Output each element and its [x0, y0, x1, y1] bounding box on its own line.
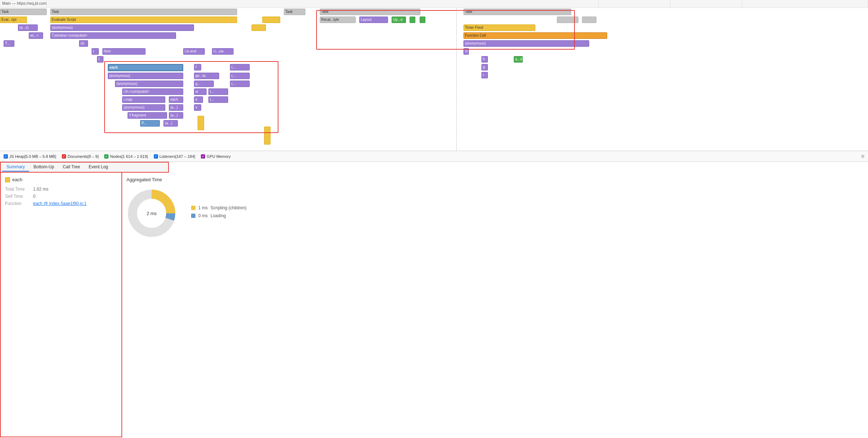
aggregated-section: Aggregated Time 2 ms [122, 173, 868, 437]
flame-chart: Main — https://wq.jd.com/wxportal/index_… [0, 0, 868, 151]
counter-gpu[interactable]: ✓ GPU Memory [201, 154, 231, 159]
legend-loading-label: Loading [211, 213, 226, 218]
task-block-4[interactable]: Task [463, 9, 571, 15]
green-sq1[interactable] [410, 17, 415, 23]
summary-title: each [5, 177, 117, 182]
liow-block[interactable]: l.i...ow [212, 48, 234, 55]
gray-right2[interactable] [582, 17, 596, 23]
eval-block-0[interactable]: Eval...ript [0, 17, 27, 23]
yellow-tall2 [264, 127, 271, 145]
each-block-main[interactable]: each [108, 64, 183, 71]
legend-loading-color [191, 214, 195, 218]
h-block[interactable]: h [481, 56, 488, 63]
task-block-1[interactable]: Task [50, 9, 237, 15]
counter-docs[interactable]: ✓ Documents[8 – 9] [62, 154, 98, 159]
ad-block[interactable]: a...d [514, 56, 523, 63]
layout-block[interactable]: Layout [359, 17, 388, 23]
twindow-block[interactable]: T.window.<computed> [50, 32, 176, 39]
chart-legend: 1 ms Scripting (children) 0 ms Loading [191, 205, 246, 221]
t3-block[interactable]: t [97, 56, 103, 63]
function-call-block[interactable]: Function Call [463, 32, 607, 39]
legend-scripting-value: 1 ms [198, 205, 208, 210]
v-line [456, 8, 457, 151]
nodes-label: Nodes[1 614 – 1 619] [110, 154, 148, 159]
tab-calltree[interactable]: Call Tree [59, 163, 84, 172]
f-block[interactable]: f [194, 64, 201, 70]
totaltime-label: Total Time [5, 187, 30, 192]
counter-bar: ✓ JS Heap[5.0 MB – 5.8 MB] ✓ Documents[8… [0, 151, 868, 162]
flame-header: Main — https://wq.jd.com/wxportal/index_… [0, 0, 868, 8]
e-block[interactable]: e [194, 96, 203, 103]
anon-block-1[interactable]: (anonymous) [50, 24, 194, 31]
anon-block-0[interactable]: (a...s) [18, 24, 38, 31]
eval-block-right[interactable] [262, 17, 280, 23]
m-block[interactable]: m [463, 48, 469, 55]
header-task2 [599, 0, 670, 8]
eval-script-block[interactable]: Evaluate Script [50, 17, 237, 23]
legend-scripting-color [191, 206, 195, 210]
function-link[interactable]: each @ index.5aae1f90.js:1 [33, 201, 87, 206]
r-block[interactable]: r [481, 72, 488, 78]
v-block[interactable]: v [194, 104, 201, 111]
imap-block[interactable]: i.map [122, 96, 165, 103]
html-block[interactable]: html [102, 48, 146, 55]
tab-eventlog[interactable]: Event Log [84, 163, 112, 172]
counter-nodes[interactable]: ✓ Nodes[1 614 – 1 619] [104, 154, 148, 159]
task-block-2[interactable]: Task [284, 9, 305, 15]
tab-bottomup[interactable]: Bottom-Up [29, 163, 58, 172]
paren3-block[interactable]: (... [230, 81, 250, 87]
summary-info: each Total Time 1.82 ms Self Time 0 Func… [0, 173, 122, 437]
anon6-block[interactable]: (a...) [169, 112, 183, 119]
gray-right1[interactable] [557, 17, 578, 23]
green-sq2[interactable] [420, 17, 425, 23]
paren1-block[interactable]: (... [230, 64, 250, 70]
g-block[interactable]: g [481, 64, 488, 70]
legend-scripting: 1 ms Scripting (children) [191, 205, 246, 210]
function-label: Function [5, 201, 30, 206]
anon-right-block[interactable] [251, 24, 266, 31]
geta-block[interactable]: ge...ta [194, 73, 219, 79]
donut-chart: 2 ms [126, 188, 177, 238]
anon5-block[interactable]: (a...) [169, 104, 183, 111]
gpu-label: GPU Memory [207, 154, 231, 159]
timer-fired-block[interactable]: Timer Fired [463, 24, 535, 31]
header-task4 [742, 0, 868, 8]
t2-block[interactable]: t [92, 48, 99, 55]
legend-scripting-label: Scripting (children) [211, 205, 246, 210]
anon3-block[interactable]: (anonymous) [115, 81, 183, 87]
flame-body: Task Task Task Task Task Eval...ript Eva… [0, 8, 868, 151]
linend-block[interactable]: l.in.end [183, 48, 205, 55]
recal-block[interactable]: Recal...tyle [320, 17, 356, 23]
counter-listeners[interactable]: ✓ Listeners[167 – 184] [154, 154, 195, 159]
summary-function: Function each @ index.5aae1f90.js:1 [5, 201, 117, 206]
summary-color-box [5, 177, 10, 182]
summary-panel: each Total Time 1.82 ms Self Time 0 Func… [0, 173, 868, 437]
t4-block[interactable]: t... [208, 88, 228, 95]
each2-block[interactable]: each [169, 96, 183, 103]
w-block[interactable]: w [194, 88, 207, 95]
ifn-block[interactable]: i.fn.<computed> [122, 88, 183, 95]
menu-icon[interactable]: ≡ [861, 153, 864, 160]
summary-selftime: Self Time 0 [5, 194, 117, 199]
cb-block[interactable]: cb [79, 40, 88, 47]
bottom-panel: Summary Bottom-Up Call Tree Event Log ea… [0, 162, 868, 437]
g-block2[interactable]: g... [194, 81, 214, 87]
anon7-block[interactable]: (a...) [163, 120, 178, 127]
anon2-block[interactable]: (anonymous) [108, 73, 183, 79]
paren4-block[interactable]: (... [208, 96, 228, 103]
t-block[interactable]: T... [4, 40, 14, 47]
paren2-block[interactable]: (... [230, 73, 250, 79]
task-block-0[interactable]: Task [0, 9, 47, 15]
legend-loading: 0 ms Loading [191, 213, 246, 218]
anon4-block[interactable]: (anonymous) [122, 104, 165, 111]
counter-jsheap[interactable]: ✓ JS Heap[5.0 MB – 5.8 MB] [4, 154, 56, 159]
aggregated-title: Aggregated Time [126, 177, 864, 182]
wi-block[interactable]: wi...> [29, 32, 43, 39]
tabs-bar: Summary Bottom-Up Call Tree Event Log [0, 162, 169, 173]
upe-block[interactable]: Up...e [392, 17, 406, 23]
task-block-3[interactable]: Task [320, 9, 420, 15]
yfragment-block[interactable]: Y.fragment [128, 112, 167, 119]
anon-right2[interactable]: (anonymous) [463, 40, 589, 47]
tab-summary[interactable]: Summary [2, 163, 29, 172]
p-block[interactable]: P... [140, 120, 160, 127]
